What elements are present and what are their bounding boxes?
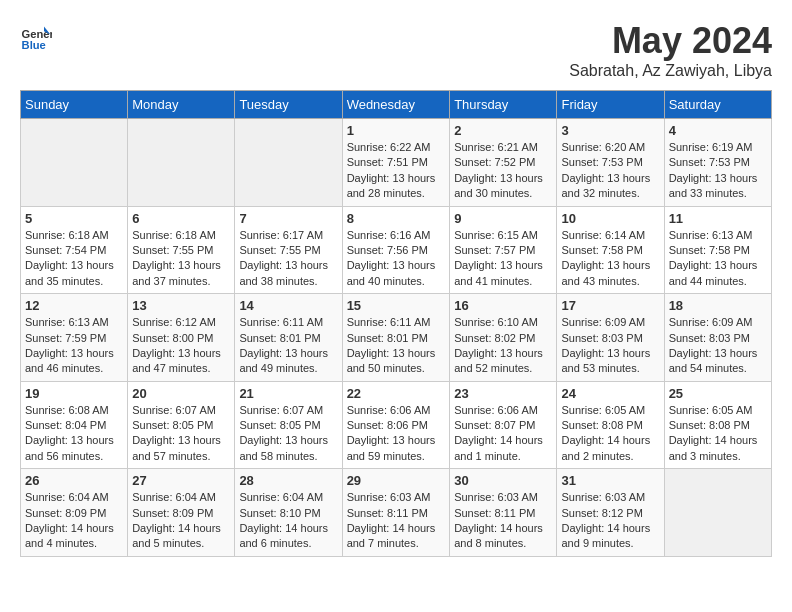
day-number: 17 [561,298,659,313]
day-number: 10 [561,211,659,226]
day-number: 29 [347,473,446,488]
day-info: Sunrise: 6:10 AMSunset: 8:02 PMDaylight:… [454,315,552,377]
title-block: May 2024 Sabratah, Az Zawiyah, Libya [569,20,772,80]
calendar-cell: 11Sunrise: 6:13 AMSunset: 7:58 PMDayligh… [664,206,771,294]
calendar-cell: 27Sunrise: 6:04 AMSunset: 8:09 PMDayligh… [128,469,235,557]
day-number: 20 [132,386,230,401]
weekday-header: Thursday [450,91,557,119]
calendar-cell: 3Sunrise: 6:20 AMSunset: 7:53 PMDaylight… [557,119,664,207]
calendar-cell: 8Sunrise: 6:16 AMSunset: 7:56 PMDaylight… [342,206,450,294]
logo-icon: General Blue [20,20,52,52]
day-number: 9 [454,211,552,226]
weekday-header: Sunday [21,91,128,119]
calendar-cell: 13Sunrise: 6:12 AMSunset: 8:00 PMDayligh… [128,294,235,382]
day-info: Sunrise: 6:04 AMSunset: 8:09 PMDaylight:… [132,490,230,552]
day-number: 21 [239,386,337,401]
calendar-week-row: 19Sunrise: 6:08 AMSunset: 8:04 PMDayligh… [21,381,772,469]
weekday-header: Friday [557,91,664,119]
day-info: Sunrise: 6:11 AMSunset: 8:01 PMDaylight:… [239,315,337,377]
day-info: Sunrise: 6:03 AMSunset: 8:11 PMDaylight:… [454,490,552,552]
day-number: 8 [347,211,446,226]
day-number: 7 [239,211,337,226]
calendar-cell: 5Sunrise: 6:18 AMSunset: 7:54 PMDaylight… [21,206,128,294]
calendar-week-row: 26Sunrise: 6:04 AMSunset: 8:09 PMDayligh… [21,469,772,557]
calendar-week-row: 5Sunrise: 6:18 AMSunset: 7:54 PMDaylight… [21,206,772,294]
svg-text:General: General [22,28,52,40]
calendar-cell: 14Sunrise: 6:11 AMSunset: 8:01 PMDayligh… [235,294,342,382]
day-info: Sunrise: 6:13 AMSunset: 7:59 PMDaylight:… [25,315,123,377]
calendar-table: SundayMondayTuesdayWednesdayThursdayFrid… [20,90,772,557]
day-info: Sunrise: 6:14 AMSunset: 7:58 PMDaylight:… [561,228,659,290]
day-info: Sunrise: 6:06 AMSunset: 8:06 PMDaylight:… [347,403,446,465]
day-info: Sunrise: 6:07 AMSunset: 8:05 PMDaylight:… [132,403,230,465]
day-number: 5 [25,211,123,226]
day-info: Sunrise: 6:09 AMSunset: 8:03 PMDaylight:… [561,315,659,377]
calendar-cell: 28Sunrise: 6:04 AMSunset: 8:10 PMDayligh… [235,469,342,557]
day-number: 1 [347,123,446,138]
day-number: 31 [561,473,659,488]
calendar-cell: 29Sunrise: 6:03 AMSunset: 8:11 PMDayligh… [342,469,450,557]
calendar-cell [21,119,128,207]
day-info: Sunrise: 6:13 AMSunset: 7:58 PMDaylight:… [669,228,767,290]
weekday-header: Monday [128,91,235,119]
calendar-cell: 31Sunrise: 6:03 AMSunset: 8:12 PMDayligh… [557,469,664,557]
day-info: Sunrise: 6:09 AMSunset: 8:03 PMDaylight:… [669,315,767,377]
day-info: Sunrise: 6:16 AMSunset: 7:56 PMDaylight:… [347,228,446,290]
day-number: 14 [239,298,337,313]
day-number: 27 [132,473,230,488]
day-number: 11 [669,211,767,226]
day-number: 19 [25,386,123,401]
day-number: 26 [25,473,123,488]
calendar-cell: 19Sunrise: 6:08 AMSunset: 8:04 PMDayligh… [21,381,128,469]
weekday-header: Wednesday [342,91,450,119]
calendar-cell: 24Sunrise: 6:05 AMSunset: 8:08 PMDayligh… [557,381,664,469]
day-info: Sunrise: 6:05 AMSunset: 8:08 PMDaylight:… [669,403,767,465]
day-info: Sunrise: 6:06 AMSunset: 8:07 PMDaylight:… [454,403,552,465]
day-number: 22 [347,386,446,401]
day-info: Sunrise: 6:07 AMSunset: 8:05 PMDaylight:… [239,403,337,465]
weekday-header: Tuesday [235,91,342,119]
calendar-cell: 16Sunrise: 6:10 AMSunset: 8:02 PMDayligh… [450,294,557,382]
day-number: 24 [561,386,659,401]
calendar-cell [235,119,342,207]
calendar-week-row: 1Sunrise: 6:22 AMSunset: 7:51 PMDaylight… [21,119,772,207]
calendar-cell: 22Sunrise: 6:06 AMSunset: 8:06 PMDayligh… [342,381,450,469]
weekday-header: Saturday [664,91,771,119]
day-info: Sunrise: 6:08 AMSunset: 8:04 PMDaylight:… [25,403,123,465]
day-info: Sunrise: 6:18 AMSunset: 7:55 PMDaylight:… [132,228,230,290]
day-info: Sunrise: 6:12 AMSunset: 8:00 PMDaylight:… [132,315,230,377]
calendar-cell: 4Sunrise: 6:19 AMSunset: 7:53 PMDaylight… [664,119,771,207]
calendar-cell: 21Sunrise: 6:07 AMSunset: 8:05 PMDayligh… [235,381,342,469]
day-number: 3 [561,123,659,138]
day-info: Sunrise: 6:15 AMSunset: 7:57 PMDaylight:… [454,228,552,290]
day-number: 2 [454,123,552,138]
day-info: Sunrise: 6:22 AMSunset: 7:51 PMDaylight:… [347,140,446,202]
calendar-cell: 18Sunrise: 6:09 AMSunset: 8:03 PMDayligh… [664,294,771,382]
calendar-cell: 9Sunrise: 6:15 AMSunset: 7:57 PMDaylight… [450,206,557,294]
day-number: 30 [454,473,552,488]
calendar-cell: 2Sunrise: 6:21 AMSunset: 7:52 PMDaylight… [450,119,557,207]
calendar-cell: 12Sunrise: 6:13 AMSunset: 7:59 PMDayligh… [21,294,128,382]
day-number: 12 [25,298,123,313]
calendar-cell: 1Sunrise: 6:22 AMSunset: 7:51 PMDaylight… [342,119,450,207]
svg-text:Blue: Blue [22,39,46,51]
day-info: Sunrise: 6:04 AMSunset: 8:09 PMDaylight:… [25,490,123,552]
day-number: 6 [132,211,230,226]
calendar-cell: 30Sunrise: 6:03 AMSunset: 8:11 PMDayligh… [450,469,557,557]
day-info: Sunrise: 6:21 AMSunset: 7:52 PMDaylight:… [454,140,552,202]
calendar-cell: 25Sunrise: 6:05 AMSunset: 8:08 PMDayligh… [664,381,771,469]
day-number: 13 [132,298,230,313]
day-info: Sunrise: 6:05 AMSunset: 8:08 PMDaylight:… [561,403,659,465]
calendar-cell: 26Sunrise: 6:04 AMSunset: 8:09 PMDayligh… [21,469,128,557]
logo: General Blue [20,20,52,52]
day-number: 16 [454,298,552,313]
day-number: 25 [669,386,767,401]
day-number: 15 [347,298,446,313]
location: Sabratah, Az Zawiyah, Libya [569,62,772,80]
day-info: Sunrise: 6:04 AMSunset: 8:10 PMDaylight:… [239,490,337,552]
page-header: General Blue May 2024 Sabratah, Az Zawiy… [20,20,772,80]
calendar-cell: 6Sunrise: 6:18 AMSunset: 7:55 PMDaylight… [128,206,235,294]
calendar-cell [128,119,235,207]
calendar-header-row: SundayMondayTuesdayWednesdayThursdayFrid… [21,91,772,119]
day-number: 23 [454,386,552,401]
